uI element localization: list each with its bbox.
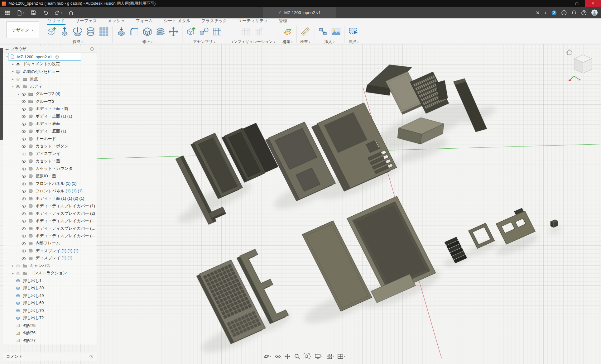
- fit-button[interactable]: ▾: [302, 352, 313, 360]
- browser-item[interactable]: ボディ・底面: [3, 120, 97, 127]
- browser-item[interactable]: 勾配77: [3, 337, 97, 344]
- selectTool-button[interactable]: [349, 26, 359, 37]
- grid-and-snaps-button[interactable]: ▾: [325, 352, 335, 360]
- deriveTool-button[interactable]: [318, 26, 328, 37]
- visibility-eye-icon[interactable]: [21, 114, 27, 119]
- ribbon-tab-2[interactable]: メッシュ: [107, 18, 126, 25]
- activate-component-radio[interactable]: [55, 54, 60, 59]
- expand-comments-icon[interactable]: [89, 354, 94, 359]
- browser-item[interactable]: ▸原点: [3, 75, 97, 83]
- home-button[interactable]: [65, 7, 77, 18]
- visibility-eye-icon[interactable]: [15, 84, 22, 89]
- browser-item[interactable]: ▸キャンバス: [3, 262, 97, 270]
- browser-item[interactable]: ボディ・ディスプレイカバー (2) (1) (1): [3, 225, 97, 232]
- ribbon-tab-1[interactable]: サーフェス: [75, 18, 98, 25]
- save-button[interactable]: [27, 7, 39, 18]
- browser-item[interactable]: キーボード: [3, 135, 97, 142]
- visibility-eye-icon[interactable]: [21, 129, 27, 134]
- browser-item[interactable]: ボディ・上面 (1) (1): [3, 113, 97, 120]
- visibility-eye-icon[interactable]: [21, 99, 27, 104]
- browser-item[interactable]: 押し出し39: [3, 285, 97, 292]
- visibility-eye-icon[interactable]: [21, 151, 27, 156]
- visibility-eye-icon[interactable]: [21, 174, 27, 179]
- close-document-button[interactable]: ✕: [536, 10, 540, 15]
- visibility-eye-icon[interactable]: [15, 263, 22, 268]
- close-button[interactable]: ✕: [585, 0, 601, 7]
- visibility-eye-icon[interactable]: [21, 181, 27, 186]
- visibility-eye-icon[interactable]: [21, 256, 27, 261]
- ribbon-tab-5[interactable]: プラスチック: [200, 18, 228, 25]
- comments-bar[interactable]: コメント: [3, 352, 97, 361]
- history-button[interactable]: [561, 9, 567, 16]
- part-bellows-stack[interactable]: [445, 237, 467, 263]
- toolbar-group-label[interactable]: 選択▾: [349, 39, 359, 44]
- browser-item[interactable]: 勾配75: [3, 322, 97, 329]
- visibility-eye-icon[interactable]: [21, 121, 27, 126]
- toolbar-group-label[interactable]: 構築▾: [282, 39, 293, 44]
- visibility-eye-icon[interactable]: [15, 271, 22, 276]
- toolbar-group-label[interactable]: 挿入▾: [324, 39, 334, 44]
- browser-item[interactable]: 勾配76: [3, 329, 97, 337]
- job-status-button[interactable]: [551, 9, 557, 16]
- visibility-eye-icon[interactable]: [21, 248, 27, 253]
- help-button[interactable]: [581, 9, 587, 16]
- browser-item[interactable]: ボディ・ディスプレイカバー (2): [3, 210, 97, 217]
- display-settings-button[interactable]: ▾: [314, 352, 324, 360]
- browser-item[interactable]: ボディ・ディスプレイカバー (1) (1): [3, 232, 97, 240]
- visibility-eye-icon[interactable]: [21, 189, 27, 194]
- redo-button[interactable]: ▾: [51, 7, 65, 18]
- visibility-eye-icon[interactable]: [21, 204, 27, 208]
- orbit-button[interactable]: ▾: [262, 352, 272, 360]
- browser-item[interactable]: 内部フレーム: [3, 240, 97, 247]
- expander-icon[interactable]: ▸: [10, 264, 15, 267]
- toolbar-group-label[interactable]: コンフィギュレーション▾: [230, 39, 275, 44]
- ribbon-tab-0[interactable]: ソリッド: [47, 18, 65, 25]
- profile-button[interactable]: [591, 9, 598, 16]
- visibility-eye-icon[interactable]: [21, 144, 27, 149]
- coilTool-button[interactable]: [85, 26, 96, 37]
- planeTool-button[interactable]: [282, 26, 293, 37]
- moveTool-button[interactable]: [168, 26, 179, 37]
- jointTool-button[interactable]: [199, 26, 209, 37]
- browser-item[interactable]: フロントパネル (1) (1): [3, 180, 97, 187]
- filletTool-button[interactable]: [129, 26, 139, 37]
- toolbar-group-label[interactable]: アセンブリ▾: [193, 39, 215, 44]
- visibility-eye-icon[interactable]: [21, 211, 27, 216]
- toolbar-group-label[interactable]: 検査▾: [300, 39, 310, 44]
- workspace-switcher[interactable]: デザイン ▾: [6, 22, 39, 38]
- visibility-eye-icon[interactable]: [21, 226, 27, 231]
- visibility-eye-icon[interactable]: [21, 136, 27, 141]
- browser-item[interactable]: カセット・蓋: [3, 157, 97, 165]
- undo-button[interactable]: [39, 7, 51, 18]
- ribbon-tab-3[interactable]: フォーム: [135, 18, 154, 25]
- toolbar-group-label[interactable]: 修正▾: [142, 39, 152, 44]
- expander-icon[interactable]: ▸: [10, 271, 15, 275]
- visibility-eye-icon[interactable]: [21, 166, 27, 171]
- viewcube-cube[interactable]: [574, 55, 592, 73]
- browser-item[interactable]: カセット・カウンタ: [3, 165, 97, 172]
- pressPull-button[interactable]: [116, 26, 127, 37]
- visibility-eye-icon[interactable]: [15, 77, 22, 82]
- revolveTool-button[interactable]: [72, 26, 83, 37]
- browser-item[interactable]: カセット・ボタン: [3, 142, 97, 150]
- visibility-eye-icon[interactable]: [21, 92, 27, 97]
- visibility-eye-icon[interactable]: [21, 196, 27, 201]
- configTable2-button[interactable]: [254, 26, 264, 37]
- browser-item[interactable]: グループ3: [3, 98, 97, 105]
- viewports-button[interactable]: ▾: [336, 352, 346, 360]
- toolbar-group-label[interactable]: 作成▾: [73, 39, 83, 44]
- browser-item[interactable]: ボディ・ディスプレイカバー (1): [3, 202, 97, 210]
- collapse-panel-icon[interactable]: ◂◂: [5, 47, 8, 51]
- expander-icon[interactable]: ▸: [16, 92, 21, 96]
- browser-item[interactable]: ボディ・上面 (1) (1) (2) (1): [3, 195, 97, 202]
- ribbon-tab-4[interactable]: シート メタル: [163, 18, 191, 25]
- expander-icon[interactable]: ▸: [10, 77, 15, 81]
- show-data-panel-button[interactable]: [2, 7, 13, 18]
- browser-item[interactable]: ▸コンストラクション: [3, 270, 97, 277]
- zoom-button[interactable]: [293, 352, 301, 360]
- browser-item[interactable]: ▸グループ2 (4): [3, 90, 97, 98]
- notifications-button[interactable]: [571, 9, 577, 16]
- expander-icon[interactable]: ▾: [10, 85, 15, 88]
- ribbon-tab-7[interactable]: 管理: [278, 18, 288, 25]
- browser-item[interactable]: 押し出し72: [3, 314, 97, 322]
